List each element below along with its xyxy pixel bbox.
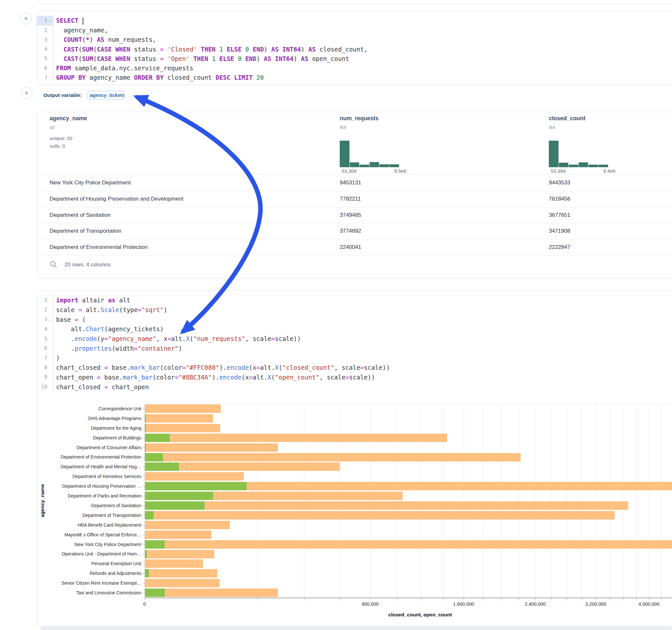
code-token: 'Open' (167, 55, 190, 62)
cell-agency-name[interactable]: New York City Police Department (50, 179, 130, 186)
y-axis-label: Department of Buildings (37, 435, 141, 441)
x-axis-tick-label: 800,000 (362, 602, 379, 607)
line-number-gutter: 2⌄ (37, 26, 53, 35)
cell-value[interactable]: 2222847 (549, 244, 570, 250)
code-token: END (253, 46, 264, 53)
bar-closed[interactable] (145, 472, 244, 481)
code-token: ELSE (226, 46, 241, 53)
cell-value[interactable]: 2240041 (340, 244, 361, 250)
cell-agency-name[interactable]: Department of Environmental Protection (50, 244, 147, 250)
cell-value[interactable]: 7618456 (549, 196, 570, 202)
cell-value[interactable]: 9443533 (549, 179, 570, 186)
line-number-gutter: 5⌄ (37, 54, 53, 63)
bar-closed[interactable] (145, 550, 214, 558)
code-line[interactable]: 2⌄ agency_name, (37, 26, 672, 35)
y-axis-tick (143, 593, 145, 593)
y-axis-tick (143, 496, 145, 496)
code-line[interactable]: 5⌄ CAST(SUM(CASE WHEN status = 'Open' TH… (37, 54, 672, 63)
cell-value[interactable]: 3774892 (340, 228, 361, 234)
code-token: sample_data.nyc.service_requests (71, 65, 194, 72)
cell-value[interactable]: 3749485 (340, 212, 361, 218)
x-axis-tick (501, 598, 502, 601)
bar-closed[interactable] (145, 443, 278, 452)
bar-open[interactable] (145, 501, 205, 510)
bar-closed[interactable] (145, 501, 628, 510)
sql-code-editor[interactable]: 1⌄SELECT 2⌄ agency_name,3⌄ COUNT(*) AS n… (37, 11, 672, 84)
code-token (234, 55, 238, 62)
footer-separator (37, 256, 672, 256)
bar-closed[interactable] (145, 521, 230, 529)
gridline (501, 404, 502, 598)
x-axis-tick (649, 598, 649, 601)
y-axis-label: Correspondence Unit (37, 406, 141, 412)
code-token: ORDER (134, 74, 152, 81)
bar-closed[interactable] (145, 559, 203, 568)
cell-value[interactable]: 9453131 (340, 179, 361, 186)
bar-closed[interactable] (145, 511, 615, 519)
bar-open[interactable] (145, 511, 154, 519)
code-line[interactable]: 7⌄GROUP BY agency_name ORDER BY closed_c… (37, 73, 672, 82)
histogram-bar (549, 141, 558, 167)
bar-open[interactable] (145, 540, 165, 549)
cell-agency-name[interactable]: Department of Transportation (50, 228, 121, 234)
column-header[interactable]: num_requests (340, 115, 379, 122)
code-token: BY (78, 74, 86, 81)
output-variable-pill[interactable]: agency_tickets (86, 91, 124, 100)
histogram-bar (569, 165, 578, 167)
bar-open[interactable] (145, 492, 213, 500)
code-line[interactable]: 3⌄ COUNT(*) AS num_requests, (37, 35, 672, 44)
column-header[interactable]: agency_name (50, 115, 87, 122)
bar-closed[interactable] (145, 424, 220, 432)
add-cell-button-top[interactable]: + (20, 13, 32, 24)
y-axis-label: Operations Unit - Department of Hom… (37, 551, 141, 557)
histogram-bar (579, 162, 589, 167)
bar-open[interactable] (145, 462, 179, 471)
code-token: ) (264, 46, 271, 53)
x-axis-tick (257, 598, 258, 601)
bar-open[interactable] (145, 550, 147, 558)
cell-value[interactable]: 3677651 (549, 212, 570, 218)
cell-agency-name[interactable]: Department of Sanitation (50, 212, 111, 218)
cell-value[interactable]: 7782211 (340, 196, 361, 202)
code-token: SUM (82, 46, 93, 53)
bar-open[interactable] (145, 482, 247, 490)
histogram-min-label: 53,304 (551, 168, 566, 174)
chart-x-axis-title: closed_count, open_count (388, 612, 452, 618)
histogram-min-label: 53,304 (342, 168, 357, 174)
code-line[interactable]: 4⌄ CAST(SUM(CASE WHEN status = 'Closed' … (37, 44, 672, 54)
fold-chevron-icon[interactable]: ⌄ (47, 19, 51, 23)
bar-closed[interactable] (145, 414, 213, 422)
y-axis-tick (143, 506, 145, 506)
bar-closed[interactable] (145, 434, 447, 442)
bar-closed[interactable] (145, 540, 672, 549)
histogram-bar (598, 165, 608, 167)
x-axis-tick (519, 598, 519, 601)
bar-closed[interactable] (145, 453, 521, 461)
x-axis-tick (340, 598, 340, 601)
code-line[interactable]: 1⌄SELECT (37, 16, 672, 25)
plot-top-border (145, 404, 672, 404)
column-header[interactable]: closed_count (549, 115, 585, 122)
x-axis-tick-label: 3,200,000 (585, 602, 606, 607)
bar-open[interactable] (145, 434, 170, 442)
code-line[interactable]: 6⌄FROM sample_data.nyc.service_requests (37, 63, 672, 73)
y-axis-label: Mayorâ€ s Office of Special Enforce… (37, 532, 141, 538)
bar-closed[interactable] (145, 569, 217, 578)
code-token (56, 36, 64, 43)
search-icon[interactable] (50, 261, 57, 268)
x-axis-tick (397, 598, 397, 601)
code-token: ) (257, 55, 264, 62)
bar-closed[interactable] (145, 531, 211, 539)
code-token: num_requests, (104, 36, 156, 43)
row-separator (37, 239, 672, 240)
bar-open[interactable] (145, 588, 165, 597)
cell-value[interactable]: 3471908 (549, 228, 570, 234)
cell-agency-name[interactable]: Department of Housing Preservation and D… (50, 196, 184, 202)
y-axis-label: DHS Advantage Programs (37, 415, 141, 421)
bar-closed[interactable] (145, 579, 219, 587)
add-cell-button-middle[interactable]: + (21, 87, 32, 99)
bar-closed[interactable] (145, 405, 221, 413)
code-token (249, 46, 253, 53)
bar-open[interactable] (145, 453, 163, 461)
bar-open[interactable] (145, 569, 149, 578)
